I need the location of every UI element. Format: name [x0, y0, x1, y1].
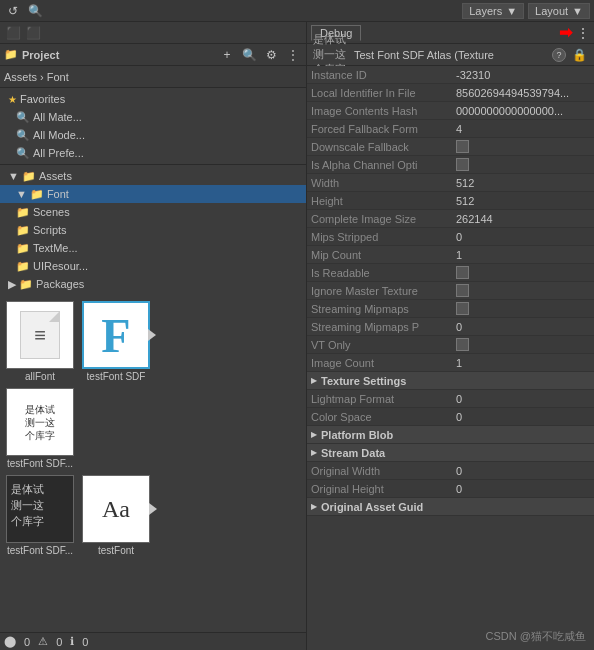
- chinese1-label: testFont SDF...: [7, 458, 73, 469]
- prop-forced-fallback: Forced Fallback Form 4: [307, 120, 594, 138]
- section-original-arrow: ▶: [311, 502, 317, 511]
- packages-label: Packages: [36, 278, 84, 290]
- prop-image-size: Complete Image Size 262144: [307, 210, 594, 228]
- layout-dropdown-arrow: ▼: [572, 5, 583, 17]
- status-bar: ⬤ 0 ⚠ 0 ℹ 0: [0, 632, 306, 650]
- thumbnail-row-3: 是体试 测一这 个库字 testFont SDF... Aa testFont: [4, 473, 302, 558]
- all-models-label: All Mode...: [33, 129, 85, 141]
- prop-value-width: 512: [456, 177, 590, 189]
- prop-label-mips-stripped: Mips Stripped: [311, 231, 456, 243]
- prop-label-color-space: Color Space: [311, 411, 456, 423]
- prop-value-instance-id: -32310: [456, 69, 590, 81]
- prop-streaming-mipmaps: Streaming Mipmaps: [307, 300, 594, 318]
- prop-checkbox-streaming-mipmaps[interactable]: [456, 302, 469, 315]
- font-folder-icon: 📁: [30, 188, 44, 201]
- layers-dropdown[interactable]: Layers ▼: [462, 3, 524, 19]
- prop-label-mip-count: Mip Count: [311, 249, 456, 261]
- assets-folder-icon: ▼: [8, 170, 19, 182]
- all-materials-item[interactable]: 🔍 All Mate...: [0, 108, 306, 126]
- section-original-asset[interactable]: ▶ Original Asset Guid: [307, 498, 594, 516]
- prop-is-readable: Is Readable ⬅: [307, 264, 594, 282]
- prop-mip-count: Mip Count 1: [307, 246, 594, 264]
- left-toolbar: ⬛ ⬛: [0, 22, 306, 44]
- thumbnail-chinese1[interactable]: 是体试测一这个库字 testFont SDF...: [4, 386, 76, 471]
- search-project-button[interactable]: 🔍: [240, 46, 258, 64]
- prop-checkbox-ignore-master[interactable]: [456, 284, 469, 297]
- prop-checkbox-vt-only[interactable]: [456, 338, 469, 351]
- thumbnail-area: ≡ allFont F testFont SDF: [0, 295, 306, 632]
- prop-label-lightmap: Lightmap Format: [311, 393, 456, 405]
- prop-value-local-id: 85602694494539794...: [456, 87, 590, 99]
- scripts-folder-label: Scripts: [33, 224, 67, 236]
- status-warning-icon: ⚠: [38, 635, 48, 648]
- project-header: 📁 Project + 🔍 ⚙ ⋮: [0, 44, 306, 66]
- doc-lines-icon: ≡: [34, 324, 46, 347]
- favorites-section: ★ Favorites 🔍 All Mate... 🔍 All Mode... …: [0, 88, 306, 165]
- all-models-item[interactable]: 🔍 All Mode...: [0, 126, 306, 144]
- favorites-header[interactable]: ★ Favorites: [0, 90, 306, 108]
- search-button[interactable]: 🔍: [26, 2, 44, 20]
- packages-arrow: ▶: [8, 278, 16, 291]
- aa-thumb-image: Aa: [82, 475, 150, 543]
- collapse-button[interactable]: ⬛: [4, 24, 22, 42]
- inspector-menu-button[interactable]: ⋮: [576, 25, 590, 41]
- chinese2-thumb-image: 是体试 测一这 个库字: [6, 475, 74, 543]
- prop-label-width: Width: [311, 177, 456, 189]
- prop-checkbox-alpha[interactable]: [456, 158, 469, 171]
- font-folder-label: Font: [47, 188, 69, 200]
- section-stream-arrow: ▶: [311, 448, 317, 457]
- prop-label-alpha: Is Alpha Channel Opti: [311, 159, 456, 171]
- right-panel: Debug ➡ ⋮ 是体试 测一这 个库字 Test Font SDF Atla…: [307, 22, 594, 650]
- section-original-label: Original Asset Guid: [321, 501, 423, 513]
- add-button[interactable]: +: [218, 46, 236, 64]
- prop-label-original-height: Original Height: [311, 483, 456, 495]
- scripts-folder-item[interactable]: 📁 Scripts: [0, 221, 306, 239]
- assets-header[interactable]: ▼ 📁 Assets: [0, 167, 306, 185]
- more-button[interactable]: ⋮: [284, 46, 302, 64]
- prop-value-image-hash: 0000000000000000...: [456, 105, 590, 117]
- thumbnail-testfont[interactable]: Aa testFont: [80, 473, 152, 558]
- expand-button[interactable]: ⬛: [24, 24, 42, 42]
- font-folder-arrow: ▼: [16, 188, 27, 200]
- prop-label-streaming-mipmaps: Streaming Mipmaps: [311, 303, 456, 315]
- prop-checkbox-is-readable[interactable]: [456, 266, 469, 279]
- scenes-folder-label: Scenes: [33, 206, 70, 218]
- undo-button[interactable]: ↺: [4, 2, 22, 20]
- section-platform-blob[interactable]: ▶ Platform Blob: [307, 426, 594, 444]
- prop-label-is-readable: Is Readable: [311, 267, 456, 279]
- textme-folder-label: TextMe...: [33, 242, 78, 254]
- all-materials-label: All Mate...: [33, 111, 82, 123]
- section-stream-label: Stream Data: [321, 447, 385, 459]
- doc-corner: [49, 312, 59, 322]
- prop-label-downscale: Downscale Fallback: [311, 141, 456, 153]
- aa-text: Aa: [102, 496, 130, 523]
- layers-label: Layers: [469, 5, 502, 17]
- project-folder-icon: 📁: [4, 48, 18, 61]
- search-icon-small2: 🔍: [16, 129, 30, 142]
- uiresour-folder-item[interactable]: 📁 UIResour...: [0, 257, 306, 275]
- scripts-folder-icon: 📁: [16, 224, 30, 237]
- settings-button[interactable]: ⚙: [262, 46, 280, 64]
- prop-label-image-hash: Image Contents Hash: [311, 105, 456, 117]
- all-prefabs-item[interactable]: 🔍 All Prefe...: [0, 144, 306, 162]
- prop-original-height: Original Height 0: [307, 480, 594, 498]
- prop-image-hash: Image Contents Hash 0000000000000000...: [307, 102, 594, 120]
- textme-folder-icon: 📁: [16, 242, 30, 255]
- help-icon[interactable]: ?: [552, 48, 566, 62]
- layout-label: Layout: [535, 5, 568, 17]
- thumbnail-allfont[interactable]: ≡ allFont: [4, 299, 76, 384]
- thumbnail-chinese2[interactable]: 是体试 测一这 个库字 testFont SDF...: [4, 473, 76, 558]
- packages-item[interactable]: ▶ 📁 Packages: [0, 275, 306, 293]
- layout-dropdown[interactable]: Layout ▼: [528, 3, 590, 19]
- section-stream-data[interactable]: ▶ Stream Data: [307, 444, 594, 462]
- lock-button[interactable]: 🔒: [570, 46, 588, 64]
- textme-folder-item[interactable]: 📁 TextMe...: [0, 239, 306, 257]
- section-platform-arrow: ▶: [311, 430, 317, 439]
- section-texture-settings[interactable]: ▶ Texture Settings: [307, 372, 594, 390]
- status-count-3: 0: [82, 636, 88, 648]
- font-folder-item[interactable]: ▼ 📁 Font: [0, 185, 306, 203]
- scenes-folder-item[interactable]: 📁 Scenes: [0, 203, 306, 221]
- prop-value-original-width: 0: [456, 465, 590, 477]
- prop-checkbox-downscale[interactable]: [456, 140, 469, 153]
- thumbnail-testfont-sdf[interactable]: F testFont SDF: [80, 299, 152, 384]
